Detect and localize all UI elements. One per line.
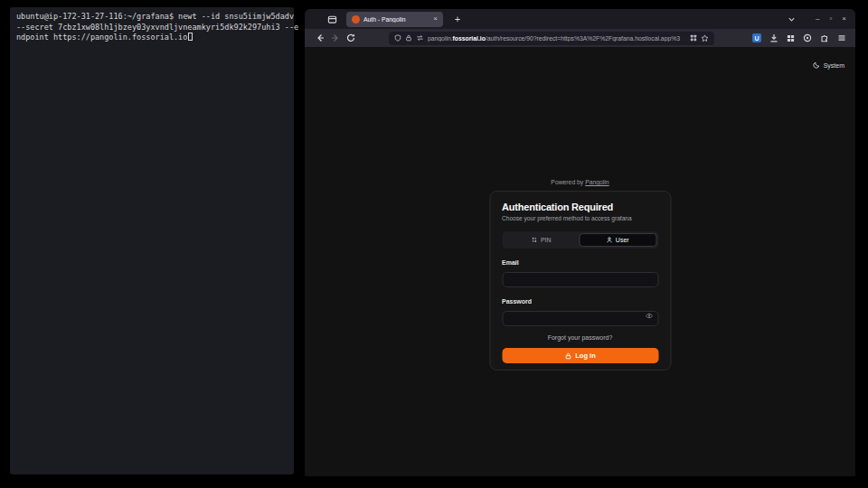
login-button[interactable]: Log in — [502, 348, 658, 363]
terminal-line: ndpoint https://pangolin.fossorial.io — [16, 33, 288, 43]
powered-by: Powered by Pangolin — [489, 179, 671, 185]
downloads-icon[interactable] — [769, 33, 778, 42]
tab-title: Auth - Pangolin — [363, 16, 429, 23]
tab-pin[interactable]: PIN — [504, 233, 580, 247]
pangolin-favicon-icon — [352, 15, 360, 23]
page-content: System Powered by Pangolin Authenticatio… — [305, 47, 855, 476]
auth-card: Authentication Required Choose your pref… — [489, 191, 671, 371]
login-button-label: Log in — [575, 352, 596, 360]
window-controls: – ▫ × — [816, 15, 846, 23]
terminal-cursor — [188, 33, 193, 41]
page-actions-grid-icon[interactable] — [690, 34, 697, 42]
back-arrow-icon — [316, 33, 325, 42]
password-field[interactable] — [502, 311, 658, 326]
card-subtitle: Choose your preferred method to access g… — [502, 215, 658, 221]
terminal-window[interactable]: ubuntu@ip-172-31-27-116:~/grafana$ newt … — [10, 7, 294, 474]
url-bar[interactable]: pangolin.fossorial.io/auth/resource/90?r… — [389, 32, 714, 45]
browser-toolbar: pangolin.fossorial.io/auth/resource/90?r… — [305, 29, 855, 47]
puzzle-extension-icon[interactable] — [820, 33, 829, 42]
browser-window: Auth - Pangolin × + – ▫ × — [305, 9, 855, 476]
privacy-extension-icon[interactable] — [803, 33, 812, 42]
bookmark-star-icon[interactable] — [701, 34, 709, 42]
forward-arrow-icon — [331, 33, 340, 42]
permissions-arrows-icon[interactable] — [416, 34, 424, 42]
toolbar-extension-area: U — [714, 33, 846, 42]
theme-toggle[interactable]: System — [813, 61, 844, 69]
chevron-down-icon — [788, 15, 796, 23]
tab-user[interactable]: User — [580, 233, 657, 247]
user-icon — [607, 237, 613, 243]
card-title: Authentication Required — [502, 202, 658, 212]
forward-button[interactable] — [327, 31, 343, 45]
show-password-button[interactable] — [645, 312, 653, 320]
terminal-line: ubuntu@ip-172-31-27-116:~/grafana$ newt … — [16, 12, 288, 23]
pangolin-brand-link[interactable]: Pangolin — [585, 179, 609, 185]
firefox-view-icon — [327, 14, 337, 24]
auth-method-tabs: PIN User — [502, 231, 658, 249]
eye-icon — [645, 312, 653, 320]
browser-tab-bar: Auth - Pangolin × + – ▫ × — [305, 9, 855, 29]
forgot-password-link[interactable]: Forgot your password? — [502, 334, 658, 341]
firefox-view-button[interactable] — [325, 12, 339, 26]
ublock-extension-icon[interactable]: U — [752, 33, 761, 42]
tab-pin-label: PIN — [541, 237, 552, 243]
email-label: Email — [502, 259, 658, 266]
tracking-shield-icon[interactable] — [394, 34, 401, 42]
url-text: pangolin.fossorial.io/auth/resource/90?r… — [428, 35, 686, 42]
terminal-line: --secret 7cbz1xw08lh1jbzey03yxvndljvneam… — [16, 23, 288, 33]
auth-column: Powered by Pangolin Authentication Requi… — [489, 179, 671, 371]
extensions-icon[interactable] — [787, 34, 795, 42]
password-label: Password — [502, 298, 658, 305]
pin-keypad-icon — [532, 237, 538, 243]
reload-icon — [346, 33, 355, 42]
close-button[interactable]: × — [842, 15, 846, 23]
browser-tab-auth-pangolin[interactable]: Auth - Pangolin × — [346, 12, 443, 27]
tab-user-label: User — [616, 237, 629, 243]
back-button[interactable] — [312, 31, 327, 45]
moon-icon — [813, 61, 820, 69]
reload-button[interactable] — [343, 31, 358, 45]
list-all-tabs-button[interactable] — [788, 15, 796, 23]
tab-close-icon[interactable]: × — [433, 15, 438, 23]
new-tab-button[interactable]: + — [450, 14, 465, 24]
login-lock-icon — [564, 352, 571, 360]
minimize-button[interactable]: – — [816, 15, 819, 23]
email-field[interactable] — [502, 272, 658, 287]
maximize-button[interactable]: ▫ — [829, 15, 832, 23]
lock-icon[interactable] — [405, 34, 412, 42]
menu-hamburger-icon[interactable] — [837, 33, 846, 42]
theme-toggle-label: System — [824, 62, 844, 69]
